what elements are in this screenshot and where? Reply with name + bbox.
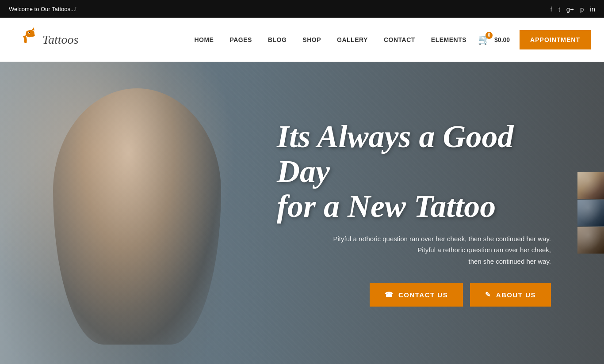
site-header: Tattoos HOME PAGES BLOG SHOP GALLERY CON… [0,18,604,62]
svg-point-5 [33,35,34,36]
appointment-button[interactable]: APPOINTMENT [520,30,591,49]
nav-gallery[interactable]: GALLERY [329,18,376,62]
hero-section: Its Always a Good Day for a New Tattoo P… [0,62,604,364]
hero-title-line1: Its Always a Good Day [277,119,513,189]
hero-buttons: ☎ CONTACT US ✎ ABOUT US [277,283,551,307]
hero-figure [0,62,274,364]
contact-us-label: CONTACT US [398,291,448,299]
thumbnail-3[interactable] [577,227,604,254]
hero-person-shape [53,88,221,345]
facebook-icon[interactable]: f [550,5,552,13]
cart-badge: 0 [485,32,493,39]
linkedin-icon[interactable]: in [590,5,595,13]
social-links: f t g+ p in [550,5,595,13]
nav-elements[interactable]: ELEMENTS [423,18,474,62]
edit-icon: ✎ [485,291,492,299]
nav-pages[interactable]: PAGES [222,18,260,62]
logo-text: Tattoos [42,33,78,47]
hero-subtitle: Pityful a rethoric question ran over her… [333,233,551,267]
pinterest-icon[interactable]: p [580,5,584,13]
about-us-label: ABOUT US [496,291,536,299]
logo[interactable]: Tattoos [13,27,78,53]
hero-title: Its Always a Good Day for a New Tattoo [277,119,551,224]
about-us-button[interactable]: ✎ ABOUT US [470,283,551,307]
twitter-icon[interactable]: t [558,5,560,13]
hero-content: Its Always a Good Day for a New Tattoo P… [250,62,569,364]
cart-icon-wrap: 🛒 0 [478,34,490,46]
thumbnail-2[interactable] [577,200,604,226]
svg-marker-1 [32,27,34,30]
cart-price: $0.00 [494,36,510,43]
nav-shop[interactable]: SHOP [294,18,329,62]
top-bar: Welcome to Our Tattoos...! f t g+ p in [0,0,604,18]
side-thumbnails [577,172,604,254]
phone-icon: ☎ [385,291,394,299]
nav-blog[interactable]: BLOG [260,18,294,62]
google-plus-icon[interactable]: g+ [566,5,574,13]
hero-title-line2: for a New Tattoo [277,189,496,224]
nav-contact[interactable]: CONTACT [376,18,423,62]
logo-horse-icon [13,27,40,53]
nav-home[interactable]: HOME [186,18,222,62]
contact-us-button[interactable]: ☎ CONTACT US [370,283,463,307]
welcome-text: Welcome to Our Tattoos...! [9,6,76,12]
svg-point-3 [29,32,30,33]
thumbnail-1[interactable] [577,172,604,199]
cart-area[interactable]: 🛒 0 $0.00 [478,34,510,46]
main-nav: HOME PAGES BLOG SHOP GALLERY CONTACT ELE… [186,18,474,62]
